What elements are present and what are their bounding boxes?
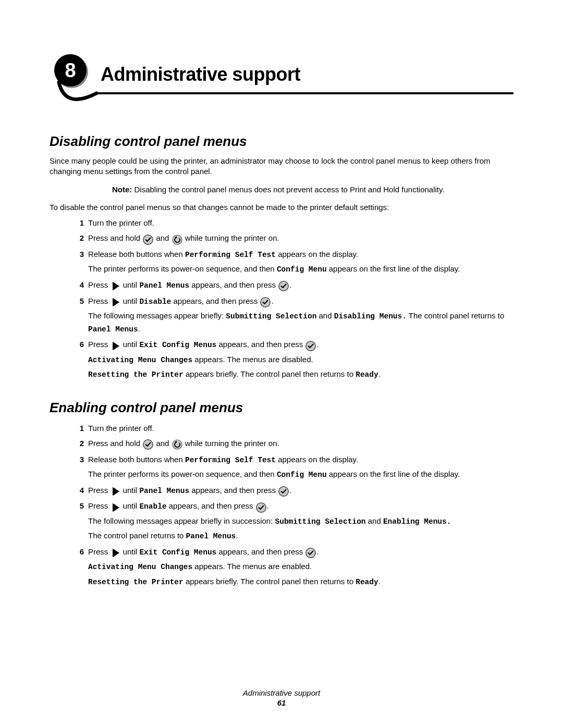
- display-text: Config Menu: [277, 471, 327, 479]
- step-text: appears on the display.: [276, 455, 358, 464]
- step-text: Press: [88, 340, 111, 349]
- step-text: until: [121, 547, 140, 556]
- display-text: Submitting Selection: [275, 517, 366, 526]
- step-text: appears, and then press: [167, 501, 255, 510]
- note-label: Note:: [112, 185, 132, 194]
- step-text: Turn the printer off.: [88, 218, 154, 227]
- step-text: until: [121, 340, 140, 349]
- step-text: appears, and then press: [171, 297, 260, 305]
- check-button-icon: [260, 295, 271, 307]
- display-text: Resetting the Printer: [88, 371, 183, 379]
- return-button-icon: [172, 438, 182, 450]
- step-text: appears on the first line of the display…: [327, 264, 460, 273]
- step-subtext: Activating Menu Changes appears. The men…: [88, 560, 513, 573]
- step-text: appears. The menus are enabled.: [192, 562, 312, 571]
- step-number: 5: [75, 295, 84, 307]
- step-text: until: [121, 280, 140, 289]
- step-text: The printer performs its power-on sequen…: [88, 470, 277, 478]
- step-text: The control panel returns to: [407, 311, 504, 320]
- step-text: .: [289, 280, 291, 289]
- step-item: 6 Press until Exit Config Menus appears,…: [79, 338, 513, 381]
- page-number: 61: [0, 698, 563, 707]
- note-block: Note: Disabling the control panel menus …: [112, 184, 513, 195]
- step-subtext: Activating Menu Changes appears. The men…: [88, 353, 513, 366]
- step-text: appears on the first line of the display…: [327, 470, 460, 478]
- check-button-icon: [256, 501, 266, 513]
- step-number: 5: [75, 500, 84, 512]
- step-text: The printer performs its power-on sequen…: [88, 264, 277, 273]
- display-text: Submitting Selection: [226, 312, 316, 320]
- step-text: Press: [88, 486, 111, 495]
- step-number: 4: [75, 279, 84, 291]
- display-text: Performing Self Test: [185, 456, 276, 464]
- step-text: The following messages appear briefly:: [88, 311, 226, 320]
- step-text: appears. The menus are disabled.: [192, 355, 313, 364]
- step-item: 4 Press until Panel Menus appears, and t…: [79, 484, 513, 497]
- chapter-badge: 8: [50, 52, 102, 115]
- step-text: .: [316, 340, 319, 349]
- display-text: Enable: [139, 502, 166, 511]
- step-text: until: [121, 297, 140, 305]
- step-item: 1 Turn the printer off.: [79, 217, 513, 229]
- step-text: until: [121, 501, 140, 510]
- step-text: and: [366, 516, 383, 525]
- step-text: appears, and then press: [216, 340, 305, 349]
- step-text: and: [316, 311, 334, 320]
- display-text: Panel Menus: [139, 281, 189, 290]
- step-subtext: The following messages appear briefly in…: [88, 515, 513, 527]
- chapter-number: 8: [65, 59, 76, 81]
- display-text: Exit Config Menus: [139, 548, 216, 557]
- steps-list-enable: 1 Turn the printer off. 2 Press and hold…: [50, 422, 513, 588]
- right-arrow-icon: [111, 501, 120, 513]
- step-text: appears on the display.: [276, 250, 358, 258]
- step-number: 4: [75, 484, 84, 496]
- return-button-icon: [172, 233, 182, 245]
- step-number: 1: [75, 217, 84, 229]
- step-text: Release both buttons when: [88, 455, 185, 464]
- step-subtext: The printer performs its power-on sequen…: [88, 263, 513, 275]
- step-item: 3 Release both buttons when Performing S…: [79, 248, 513, 276]
- steps-list-disable: 1 Turn the printer off. 2 Press and hold…: [50, 217, 513, 381]
- lead-paragraph: To disable the control panel menus so th…: [50, 202, 513, 213]
- display-text: Config Menu: [277, 265, 327, 274]
- step-text: while turning the printer on.: [183, 439, 279, 448]
- step-text: .: [138, 324, 140, 333]
- step-text: appears, and then press: [189, 280, 278, 289]
- step-text: and: [154, 439, 171, 448]
- step-text: .: [316, 547, 319, 556]
- step-subtext: Resetting the Printer appears briefly. T…: [88, 368, 513, 380]
- right-arrow-icon: [111, 485, 120, 497]
- step-text: appears, and then press: [216, 547, 305, 556]
- display-text: Disabling Menus.: [334, 312, 407, 320]
- step-text: appears briefly. The control panel then …: [183, 577, 356, 586]
- step-item: 1 Turn the printer off.: [79, 422, 513, 434]
- right-arrow-icon: [111, 279, 120, 291]
- right-arrow-icon: [111, 546, 120, 558]
- display-text: Enabling Menus.: [383, 517, 451, 526]
- check-button-icon: [278, 485, 289, 497]
- display-text: Exit Config Menus: [139, 341, 216, 349]
- step-item: 4 Press until Panel Menus appears, and t…: [79, 279, 513, 292]
- display-text: Ready: [356, 371, 378, 379]
- step-text: Press: [88, 280, 111, 289]
- right-arrow-icon: [111, 295, 120, 307]
- chapter-header: 8 Administrative support: [50, 52, 513, 115]
- section-title-enable: Enabling control panel menus: [50, 400, 513, 416]
- step-text: .: [236, 531, 238, 540]
- page-footer: Administrative support 61: [0, 688, 563, 707]
- display-text: Panel Menus: [139, 487, 189, 495]
- display-text: Performing Self Test: [185, 251, 276, 259]
- step-text: appears briefly. The control panel then …: [183, 369, 356, 378]
- right-arrow-icon: [111, 339, 120, 351]
- step-subtext: The control panel returns to Panel Menus…: [88, 529, 513, 542]
- step-text: .: [267, 501, 269, 510]
- check-button-icon: [143, 233, 153, 245]
- step-item: 2 Press and hold and while turning the p…: [79, 232, 513, 245]
- step-text: while turning the printer on.: [183, 233, 279, 242]
- step-text: Press and hold: [88, 233, 142, 242]
- step-item: 6 Press until Exit Config Menus appears,…: [79, 546, 513, 588]
- step-text: .: [378, 577, 381, 586]
- step-number: 3: [75, 453, 84, 465]
- display-text: Panel Menus: [88, 325, 138, 334]
- step-text: The following messages appear briefly in…: [88, 516, 275, 525]
